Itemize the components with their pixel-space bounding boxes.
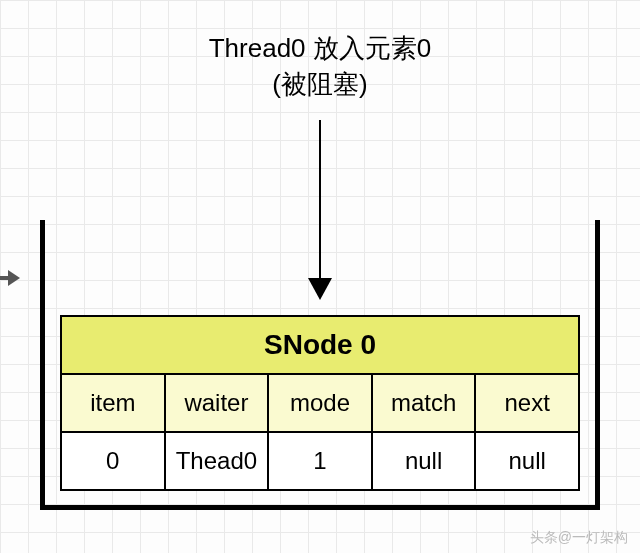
- caption-line2: (被阻塞): [0, 66, 640, 102]
- value-mode: 1: [269, 433, 373, 489]
- stack-floor: [40, 505, 600, 510]
- label-next: next: [476, 375, 578, 431]
- field-labels-row: item waiter mode match next: [62, 375, 578, 433]
- snode-title: SNode 0: [62, 317, 578, 375]
- value-waiter: Thead0: [166, 433, 270, 489]
- label-waiter: waiter: [166, 375, 270, 431]
- value-item: 0: [62, 433, 166, 489]
- stack-wall-right: [595, 220, 600, 510]
- watermark: 头条@一灯架构: [530, 529, 628, 547]
- caption: Thread0 放入元素0 (被阻塞): [0, 30, 640, 103]
- label-item: item: [62, 375, 166, 431]
- snode-block: SNode 0 item waiter mode match next 0 Th…: [60, 315, 580, 491]
- stack-wall-left: [40, 220, 45, 510]
- label-mode: mode: [269, 375, 373, 431]
- value-next: null: [476, 433, 578, 489]
- down-arrow-icon: [308, 120, 332, 300]
- label-match: match: [373, 375, 477, 431]
- value-match: null: [373, 433, 477, 489]
- field-values-row: 0 Thead0 1 null null: [62, 433, 578, 489]
- right-arrow-icon: [0, 270, 20, 286]
- caption-line1: Thread0 放入元素0: [0, 30, 640, 66]
